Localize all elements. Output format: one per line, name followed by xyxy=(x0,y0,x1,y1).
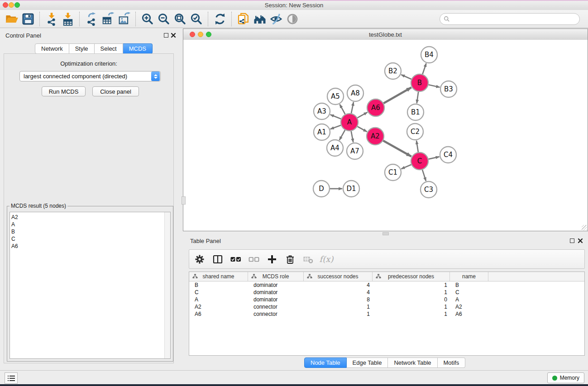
graph-edge-A-A8[interactable] xyxy=(351,102,354,114)
function-icon[interactable]: f(x) xyxy=(320,253,332,265)
table-cell[interactable]: connector xyxy=(248,311,304,317)
close-panel-icon[interactable] xyxy=(171,33,176,38)
export-table-icon[interactable] xyxy=(100,11,116,27)
column-header-predecessor-nodes[interactable]: predecessor nodes xyxy=(373,272,450,281)
network-canvas[interactable]: B4B2BB3A8A5A6A3B1AA1C2A2A4A7C4CC1C3DD1 xyxy=(183,40,588,231)
scrollbar[interactable] xyxy=(164,212,170,358)
table-cell[interactable]: dominator xyxy=(248,282,304,288)
open-session-icon[interactable] xyxy=(4,11,20,27)
table-row[interactable]: A6connector11A6 xyxy=(189,310,584,318)
graph-edge-C-C2[interactable] xyxy=(416,141,418,152)
table-cell[interactable]: dominator xyxy=(248,296,304,303)
table-row[interactable]: Bdominator41B xyxy=(189,281,584,289)
tab-style[interactable]: Style xyxy=(69,43,95,54)
resize-grip-icon[interactable] xyxy=(582,225,587,230)
refresh-icon[interactable] xyxy=(212,11,228,27)
column-header-MCDS-role[interactable]: MCDS role xyxy=(248,272,304,281)
deselect-all-icon[interactable] xyxy=(248,253,260,265)
zoom-fit-icon[interactable] xyxy=(172,11,188,27)
graph-edge-A-A5[interactable] xyxy=(340,105,345,114)
search-input[interactable] xyxy=(453,15,576,23)
table-cell[interactable]: B xyxy=(189,282,248,288)
mcds-result-item[interactable]: A xyxy=(10,221,170,228)
export-image-icon[interactable] xyxy=(116,11,132,27)
table-cell[interactable]: connector xyxy=(248,304,304,310)
table-row[interactable]: Cdominator41C xyxy=(189,289,584,296)
table-cell[interactable]: 0 xyxy=(373,296,450,303)
table-cell[interactable]: A6 xyxy=(189,311,248,317)
run-mcds-button[interactable]: Run MCDS xyxy=(42,86,86,96)
memory-button[interactable]: Memory xyxy=(547,372,584,383)
contrast-icon[interactable] xyxy=(284,11,301,27)
graph-edge-B-B4[interactable] xyxy=(422,63,426,74)
graph-edge-C-C4[interactable] xyxy=(429,157,440,159)
graph-edge-A-A7[interactable] xyxy=(351,131,354,143)
import-table-icon[interactable] xyxy=(60,11,76,27)
table-cell[interactable]: A xyxy=(189,296,248,303)
graph-edge-C-C3[interactable] xyxy=(422,170,426,181)
table-cell[interactable]: A2 xyxy=(189,304,248,310)
import-network-icon[interactable] xyxy=(43,11,60,27)
zoom-out-icon[interactable] xyxy=(156,11,172,27)
graph-edge-B-B3[interactable] xyxy=(429,85,440,87)
float-panel-icon[interactable] xyxy=(164,33,168,38)
zoom-in-icon[interactable] xyxy=(139,11,156,27)
table-cell[interactable]: 1 xyxy=(304,311,373,317)
close-panel-icon[interactable] xyxy=(578,238,583,243)
add-column-icon[interactable] xyxy=(266,253,278,265)
table-cell[interactable]: B xyxy=(450,282,488,288)
mcds-result-item[interactable]: B xyxy=(10,228,170,235)
splitter-grip[interactable] xyxy=(382,232,389,235)
graph-edge-A-A1[interactable] xyxy=(330,125,341,129)
mcds-result-item[interactable]: A6 xyxy=(10,243,170,250)
graph-edge-A-A3[interactable] xyxy=(330,114,341,119)
table-cell[interactable]: A6 xyxy=(450,311,488,317)
table-row[interactable]: Adominator80A xyxy=(189,296,584,303)
float-panel-icon[interactable] xyxy=(570,238,574,243)
table-cell[interactable]: dominator xyxy=(248,289,304,295)
mcds-result-item[interactable]: C xyxy=(10,235,170,243)
graph-edge-A-A6[interactable] xyxy=(358,112,368,118)
tab-network[interactable]: Network xyxy=(35,43,69,54)
mcds-result-list[interactable]: A2ABCA6 xyxy=(10,212,171,359)
column-header-name[interactable]: name xyxy=(450,272,488,281)
tab-edge-table[interactable]: Edge Table xyxy=(347,357,388,368)
splitter-grip[interactable] xyxy=(182,196,186,205)
tab-mcds[interactable]: MCDS xyxy=(123,43,153,54)
clone-network-icon[interactable] xyxy=(235,11,252,27)
table-cell[interactable]: C xyxy=(450,289,488,295)
graph-edge-B-B1[interactable] xyxy=(417,92,419,103)
hide-panel-icon[interactable] xyxy=(268,11,284,27)
tab-motifs[interactable]: Motifs xyxy=(438,357,466,368)
graph-edge-B-B2[interactable] xyxy=(401,75,411,79)
search-box[interactable] xyxy=(440,13,580,25)
gear-icon[interactable] xyxy=(194,253,206,265)
graph-edge-C-C1[interactable] xyxy=(401,165,411,169)
close-panel-button[interactable]: Close panel xyxy=(92,86,139,96)
zoom-selected-icon[interactable] xyxy=(188,11,205,27)
save-session-icon[interactable] xyxy=(20,11,36,27)
table-cell[interactable]: 1 xyxy=(373,311,450,317)
table-cell[interactable]: 4 xyxy=(304,289,373,295)
delete-table-icon[interactable] xyxy=(302,253,314,265)
tab-network-table[interactable]: Network Table xyxy=(388,357,437,368)
table-cell[interactable]: 1 xyxy=(304,304,373,310)
table-cell[interactable]: 8 xyxy=(304,296,373,303)
delete-column-icon[interactable] xyxy=(284,253,296,265)
select-all-icon[interactable] xyxy=(230,253,242,265)
table-cell[interactable]: A xyxy=(450,296,488,303)
mcds-result-item[interactable]: A2 xyxy=(10,212,170,221)
table-cell[interactable]: C xyxy=(189,289,248,295)
table-row[interactable]: A2connector11A2 xyxy=(189,303,584,310)
graph-edge-A6-B[interactable] xyxy=(383,87,411,103)
table-cell[interactable]: A2 xyxy=(450,304,488,310)
network-graph[interactable]: B4B2BB3A8A5A6A3B1AA1C2A2A4A7C4CC1C3DD1 xyxy=(183,40,588,231)
column-header-successor-nodes[interactable]: successor nodes xyxy=(304,272,373,281)
task-history-button[interactable] xyxy=(5,372,18,384)
column-header-shared-name[interactable]: shared name xyxy=(189,272,248,281)
graph-edge-A-A2[interactable] xyxy=(358,127,367,132)
optimization-select[interactable]: largest connected component (directed) xyxy=(19,71,161,81)
tab-node-table[interactable]: Node Table xyxy=(304,357,347,368)
table-cell[interactable]: 1 xyxy=(373,289,450,295)
table-cell[interactable]: 4 xyxy=(304,282,373,288)
